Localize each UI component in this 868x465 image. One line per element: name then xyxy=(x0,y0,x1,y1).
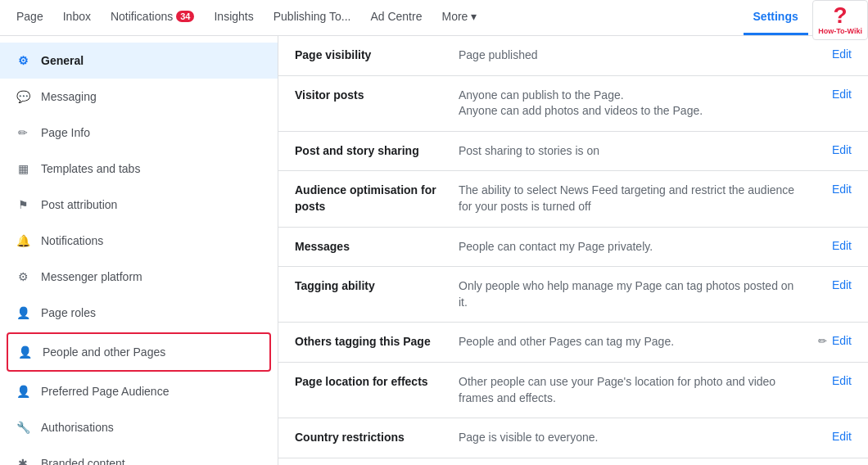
edit-link-country-restrictions[interactable]: Edit xyxy=(832,430,852,443)
sidebar-label-messenger: Messenger platform xyxy=(41,270,142,283)
nav-item-notifications[interactable]: Notifications34 xyxy=(101,0,205,35)
sidebar-item-general[interactable]: ⚙General xyxy=(0,43,278,79)
sidebar-item-page-roles[interactable]: 👤Page roles xyxy=(0,295,278,331)
settings-action-post-story-sharing: Edit xyxy=(811,143,852,156)
settings-action-audience-optimisation: Edit xyxy=(811,183,852,196)
sidebar: ⚙General💬Messaging✏Page Info▦Templates a… xyxy=(0,36,278,465)
edit-link-page-location[interactable]: Edit xyxy=(832,374,852,387)
edit-link-page-visibility[interactable]: Edit xyxy=(832,47,852,61)
settings-label: Settings xyxy=(753,10,798,23)
settings-row-audience-optimisation: Audience optimisation for postsThe abili… xyxy=(278,171,868,227)
settings-action-visitor-posts: Edit xyxy=(811,88,852,101)
edit-link-visitor-posts[interactable]: Edit xyxy=(832,88,852,101)
sidebar-icon-authorisations: 🔧 xyxy=(13,418,33,437)
settings-value-tagging-ability: Only people who help manage my Page can … xyxy=(459,278,811,310)
sidebar-item-people-pages[interactable]: 👤People and other Pages xyxy=(7,332,271,372)
settings-row-country-restrictions: Country restrictionsPage is visible to e… xyxy=(278,418,868,458)
nav-item-publishing[interactable]: Publishing To... xyxy=(264,0,361,35)
nav-item-label-inbox: Inbox xyxy=(63,10,91,23)
settings-action-country-restrictions: Edit xyxy=(811,430,852,443)
sidebar-item-branded[interactable]: ✱Branded content xyxy=(0,445,278,465)
sidebar-label-authorisations: Authorisations xyxy=(41,421,114,434)
nav-item-inbox[interactable]: Inbox xyxy=(53,0,101,35)
edit-link-messages[interactable]: Edit xyxy=(832,239,852,252)
settings-label-visitor-posts: Visitor posts xyxy=(295,88,459,104)
settings-rows: Page visibilityPage publishedEditVisitor… xyxy=(278,36,868,465)
nav-item-adcentre[interactable]: Ad Centre xyxy=(360,0,432,35)
sidebar-label-page-info: Page Info xyxy=(41,126,90,139)
settings-label-post-story-sharing: Post and story sharing xyxy=(295,143,459,160)
settings-value-post-story-sharing: Post sharing to stories is on xyxy=(459,143,811,160)
settings-action-tagging-ability: Edit xyxy=(811,278,852,291)
sidebar-item-notifications[interactable]: 🔔Notifications xyxy=(0,223,278,259)
sidebar-item-page-info[interactable]: ✏Page Info xyxy=(0,115,278,151)
settings-action-others-tagging: ✏Edit xyxy=(811,334,852,347)
settings-value-messages: People can contact my Page privately. xyxy=(459,239,811,255)
settings-value-page-visibility: Page published xyxy=(459,47,811,64)
nav-item-label-insights: Insights xyxy=(214,10,253,23)
sidebar-icon-post-attribution: ⚑ xyxy=(13,195,33,214)
sidebar-icon-messenger: ⚙ xyxy=(13,267,33,287)
sidebar-label-people-pages: People and other Pages xyxy=(43,345,165,359)
sidebar-item-authorisations[interactable]: 🔧Authorisations xyxy=(0,409,278,445)
settings-label-page-visibility: Page visibility xyxy=(295,47,459,64)
sidebar-item-templates[interactable]: ▦Templates and tabs xyxy=(0,151,278,187)
sidebar-label-page-roles: Page roles xyxy=(41,306,96,319)
nav-items: PageInboxNotifications34InsightsPublishi… xyxy=(7,0,486,35)
edit-link-audience-optimisation[interactable]: Edit xyxy=(832,183,852,196)
sidebar-label-branded: Branded content xyxy=(41,457,125,465)
nav-item-label-adcentre: Ad Centre xyxy=(370,10,422,23)
settings-value-visitor-posts: Anyone can publish to the Page.Anyone ca… xyxy=(459,88,811,120)
nav-item-insights[interactable]: Insights xyxy=(204,0,263,35)
settings-row-others-tagging: Others tagging this PagePeople and other… xyxy=(278,323,868,363)
sidebar-item-post-attribution[interactable]: ⚑Post attribution xyxy=(0,187,278,223)
sidebar-item-preferred-audience[interactable]: 👤Preferred Page Audience xyxy=(0,373,278,409)
settings-action-page-location: Edit xyxy=(811,374,852,387)
sidebar-icon-notifications: 🔔 xyxy=(13,231,33,251)
settings-row-visitor-posts: Visitor postsAnyone can publish to the P… xyxy=(278,76,868,132)
sidebar-label-post-attribution: Post attribution xyxy=(41,198,117,211)
sidebar-icon-general: ⚙ xyxy=(13,51,33,70)
sidebar-icon-preferred-audience: 👤 xyxy=(13,381,33,401)
settings-value-others-tagging: People and other Pages can tag my Page. xyxy=(459,334,811,350)
nav-settings[interactable]: Settings xyxy=(744,0,808,35)
sidebar-label-templates: Templates and tabs xyxy=(41,162,140,175)
settings-value-country-restrictions: Page is visible to everyone. xyxy=(459,430,811,446)
sidebar-label-notifications: Notifications xyxy=(41,234,103,247)
main-layout: ⚙General💬Messaging✏Page Info▦Templates a… xyxy=(0,36,868,465)
settings-row-messages: MessagesPeople can contact my Page priva… xyxy=(278,228,868,268)
settings-label-audience-optimisation: Audience optimisation for posts xyxy=(295,183,459,214)
nav-item-page[interactable]: Page xyxy=(7,0,53,35)
settings-action-messages: Edit xyxy=(811,239,852,252)
sidebar-item-messaging[interactable]: 💬Messaging xyxy=(0,79,278,115)
settings-row-age-restrictions: Age restrictionsPage is shown to everyon… xyxy=(278,458,868,465)
settings-label-others-tagging: Others tagging this Page xyxy=(295,334,459,350)
sidebar-icon-page-info: ✏ xyxy=(13,123,33,142)
top-navigation: PageInboxNotifications34InsightsPublishi… xyxy=(0,0,868,36)
settings-value-page-location: Other people can use your Page's locatio… xyxy=(459,374,811,406)
nav-item-label-page: Page xyxy=(16,10,43,23)
sidebar-icon-messaging: 💬 xyxy=(13,87,33,106)
settings-value-audience-optimisation: The ability to select News Feed targetin… xyxy=(459,183,811,214)
nav-item-label-notifications: Notifications xyxy=(111,10,173,23)
sidebar-item-messenger[interactable]: ⚙Messenger platform xyxy=(0,259,278,295)
edit-link-tagging-ability[interactable]: Edit xyxy=(832,278,852,291)
sidebar-icon-branded: ✱ xyxy=(13,454,33,465)
sidebar-label-preferred-audience: Preferred Page Audience xyxy=(41,385,169,398)
settings-content: Page visibilityPage publishedEditVisitor… xyxy=(278,36,868,465)
settings-action-page-visibility: Edit xyxy=(811,47,852,61)
edit-link-others-tagging[interactable]: Edit xyxy=(832,334,852,347)
sidebar-icon-templates: ▦ xyxy=(13,159,33,178)
nav-item-label-publishing: Publishing To... xyxy=(274,10,351,23)
settings-row-tagging-ability: Tagging abilityOnly people who help mana… xyxy=(278,267,868,323)
settings-label-country-restrictions: Country restrictions xyxy=(295,430,459,446)
settings-row-page-visibility: Page visibilityPage publishedEdit xyxy=(278,36,868,76)
nav-item-more[interactable]: More ▾ xyxy=(432,0,486,35)
settings-label-messages: Messages xyxy=(295,239,459,255)
sidebar-label-general: General xyxy=(41,54,84,67)
settings-label-tagging-ability: Tagging ability xyxy=(295,278,459,295)
pencil-icon-others-tagging: ✏ xyxy=(818,335,827,347)
edit-link-post-story-sharing[interactable]: Edit xyxy=(832,143,852,156)
sidebar-label-messaging: Messaging xyxy=(41,90,97,103)
nav-item-label-more: More ▾ xyxy=(441,10,477,23)
